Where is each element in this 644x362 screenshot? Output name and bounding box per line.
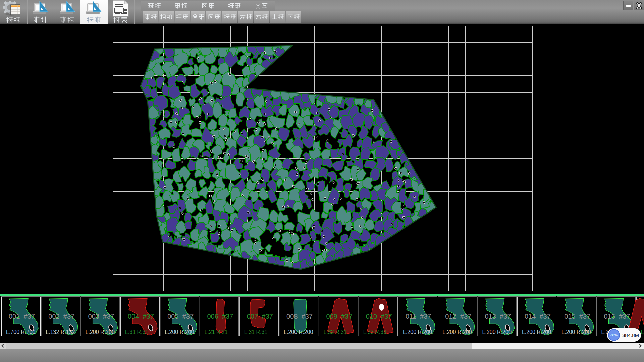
svg-text:L:700 R:700: L:700 R:700 [6,329,35,335]
svg-text:002_#37: 002_#37 [48,313,74,320]
svg-text:006_#37: 006_#37 [207,313,233,320]
svg-text:L:200 R:200: L:200 R:200 [403,329,432,335]
svg-text:011_#37: 011_#37 [406,313,431,320]
svg-text:L:132 R:132: L:132 R:132 [46,329,75,335]
svg-text:L:21 R:21: L:21 R:21 [205,329,228,335]
svg-text:016_#37: 016_#37 [604,313,630,320]
svg-text:001_#37: 001_#37 [9,313,35,320]
svg-text:007_#37: 007_#37 [247,313,273,320]
svg-text:014_#37: 014_#37 [525,313,551,320]
svg-text:L:200 R:200: L:200 R:200 [442,329,472,335]
svg-text:L:31 R:31: L:31 R:31 [641,329,644,335]
svg-text:L:33 R:33: L:33 R:33 [363,329,386,335]
svg-text:009_#37: 009_#37 [326,313,352,320]
svg-text:012_#37: 012_#37 [445,313,471,320]
svg-text:L:200 R:200: L:200 R:200 [482,329,512,335]
svg-text:003_#37: 003_#37 [88,313,114,320]
svg-text:004_#37: 004_#37 [128,313,154,320]
svg-text:L:200 R:200: L:200 R:200 [561,329,591,335]
svg-text:L:200 R:200: L:200 R:200 [284,329,313,335]
svg-text:013_#37: 013_#37 [485,313,511,320]
svg-text:L:32 R:31: L:32 R:31 [323,329,346,335]
svg-text:L:200 R:200: L:200 R:200 [522,329,551,335]
svg-text:008_#37: 008_#37 [286,313,313,320]
svg-text:L:31 R:31: L:31 R:31 [244,329,267,335]
svg-text:L:200 R:200: L:200 R:200 [86,329,115,335]
svg-text:010_#37: 010_#37 [366,313,392,320]
svg-text:L:200 R:200: L:200 R:200 [165,329,194,335]
svg-text:015_#37: 015_#37 [564,313,590,320]
svg-text:005_#37: 005_#37 [167,313,194,320]
svg-text:L:31 R:31: L:31 R:31 [125,329,148,335]
